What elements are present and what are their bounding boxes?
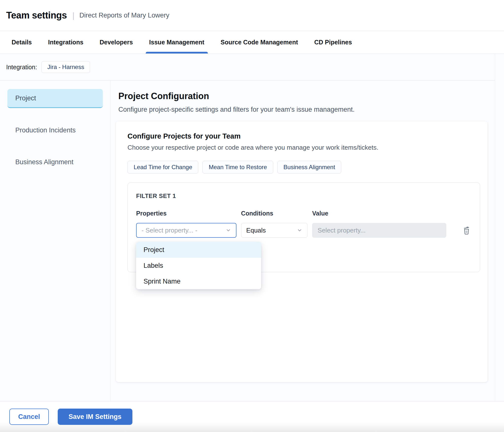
tab-issue-management[interactable]: Issue Management [149, 31, 204, 54]
body-area: Project Production Incidents Business Al… [0, 81, 495, 401]
footer-action-bar: Cancel Save IM Settings [0, 401, 504, 432]
conditions-column-label: Conditions [241, 210, 307, 217]
tab-developers[interactable]: Developers [100, 31, 133, 54]
dropdown-option-sprint-name[interactable]: Sprint Name [136, 273, 261, 289]
conditions-column: Conditions Equals [241, 210, 307, 238]
content-wrapper: Integration: Jira - Harness Project Prod… [0, 54, 495, 401]
filter-set-title: FILTER SET 1 [136, 193, 471, 199]
tab-source-code-management[interactable]: Source Code Management [221, 31, 298, 54]
cancel-button[interactable]: Cancel [9, 409, 49, 425]
sidebar-item-business-alignment[interactable]: Business Alignment [7, 153, 103, 172]
sidebar-item-production-incidents[interactable]: Production Incidents [7, 121, 103, 140]
dropdown-option-project[interactable]: Project [136, 242, 261, 258]
configure-projects-card: Configure Projects for your Team Choose … [116, 121, 487, 382]
value-column-label: Value [312, 210, 446, 217]
integration-row: Integration: Jira - Harness [0, 54, 495, 81]
condition-select-value: Equals [246, 227, 266, 234]
properties-column-label: Properties [136, 210, 236, 217]
integration-label: Integration: [6, 64, 37, 71]
app-header: Team settings | Direct Reports of Mary L… [0, 0, 504, 31]
card-title: Configure Projects for your Team [127, 132, 476, 140]
title-separator: | [72, 11, 74, 20]
tab-cd-pipelines[interactable]: CD Pipelines [314, 31, 352, 54]
chevron-down-icon [226, 228, 231, 233]
trash-icon [462, 226, 471, 235]
property-select-placeholder: - Select property... - [142, 227, 197, 234]
card-description: Choose your respective project or code a… [127, 144, 476, 151]
sidebar: Project Production Incidents Business Al… [0, 81, 110, 401]
page-title: Team settings [6, 10, 67, 21]
sidebar-item-project[interactable]: Project [7, 89, 103, 108]
main-panel: Project Configuration Configure project-… [110, 81, 495, 401]
value-column: Value [312, 210, 446, 238]
value-input[interactable] [312, 223, 446, 238]
chevron-down-icon [297, 228, 302, 233]
metric-pill-row: Lead Time for Change Mean Time to Restor… [127, 161, 476, 174]
delete-filter-button[interactable] [462, 225, 471, 236]
filter-set-1: FILTER SET 1 Properties - Select propert… [127, 182, 480, 272]
property-dropdown-menu: Project Labels Sprint Name [136, 242, 261, 289]
pill-lead-time-for-change[interactable]: Lead Time for Change [127, 161, 198, 174]
integration-badge[interactable]: Jira - Harness [41, 61, 90, 73]
property-select[interactable]: - Select property... - [136, 223, 236, 238]
save-im-settings-button[interactable]: Save IM Settings [58, 409, 132, 425]
tab-bar: Details Integrations Developers Issue Ma… [0, 31, 504, 54]
filter-row: Properties - Select property... - Condit… [136, 210, 471, 238]
pill-business-alignment[interactable]: Business Alignment [277, 161, 341, 174]
tab-details[interactable]: Details [12, 31, 32, 54]
pill-mean-time-to-restore[interactable]: Mean Time to Restore [202, 161, 273, 174]
section-title: Project Configuration [118, 91, 495, 101]
properties-column: Properties - Select property... - [136, 210, 236, 238]
tab-integrations[interactable]: Integrations [48, 31, 83, 54]
team-name-subtitle: Direct Reports of Mary Lowery [79, 12, 169, 19]
section-description: Configure project-specific settings and … [118, 106, 495, 113]
condition-select[interactable]: Equals [241, 223, 307, 238]
dropdown-option-labels[interactable]: Labels [136, 258, 261, 273]
